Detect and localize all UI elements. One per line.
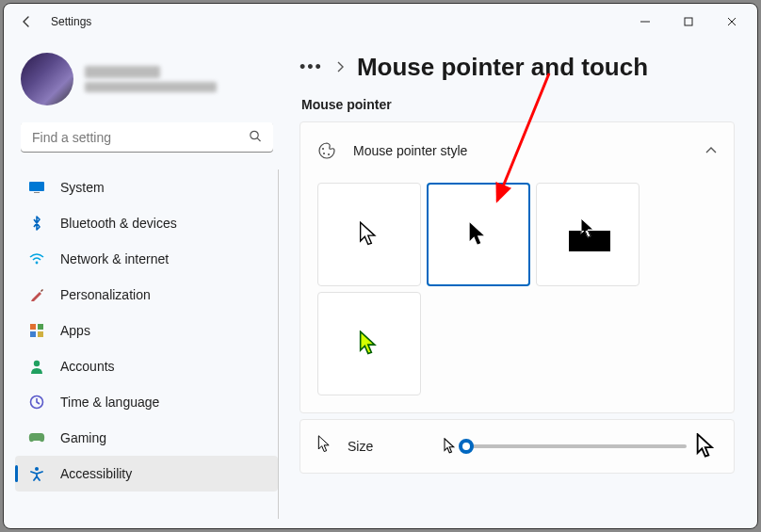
- user-email-redacted: [85, 82, 217, 92]
- section-label: Mouse pointer: [301, 97, 735, 112]
- search-icon: [249, 130, 262, 146]
- nav-label: Apps: [60, 323, 90, 338]
- svg-rect-1: [685, 18, 692, 25]
- pointer-size-card: Size: [300, 419, 735, 474]
- style-option-white[interactable]: [317, 183, 421, 286]
- nav-item-gaming[interactable]: Gaming: [15, 420, 278, 456]
- cursor-icon: [317, 435, 332, 458]
- maximize-button[interactable]: [667, 7, 710, 37]
- large-cursor-icon: [696, 433, 717, 459]
- apps-icon: [28, 322, 45, 339]
- pointer-style-title: Mouse pointer style: [353, 143, 705, 158]
- nav-label: Accounts: [60, 359, 115, 374]
- chevron-right-icon: [336, 60, 344, 75]
- main-content: ••• Mouse pointer and touch Mouse pointe…: [286, 40, 757, 528]
- svg-point-2: [251, 131, 258, 138]
- search-input[interactable]: [21, 122, 273, 153]
- size-slider[interactable]: [466, 444, 687, 448]
- avatar: [21, 53, 73, 105]
- nav-label: Gaming: [60, 430, 106, 445]
- svg-line-3: [257, 138, 260, 141]
- nav-item-personalization[interactable]: Personalization: [15, 277, 278, 313]
- style-option-inverted[interactable]: [536, 183, 640, 286]
- close-button[interactable]: [710, 7, 753, 37]
- svg-point-16: [328, 153, 330, 155]
- user-info: [85, 66, 217, 92]
- settings-window: Settings: [3, 3, 758, 529]
- titlebar: Settings: [4, 4, 757, 40]
- personalization-icon: [28, 286, 45, 303]
- svg-point-15: [323, 153, 325, 154]
- svg-point-6: [36, 262, 39, 265]
- svg-rect-10: [38, 331, 43, 337]
- nav-item-accessibility[interactable]: Accessibility: [15, 456, 278, 492]
- window-title: Settings: [51, 15, 91, 28]
- window-controls: [623, 7, 753, 37]
- small-cursor-icon: [444, 438, 457, 455]
- nav-label: Time & language: [60, 395, 159, 410]
- svg-rect-4: [29, 182, 44, 191]
- time-icon: [28, 394, 45, 411]
- back-button[interactable]: [15, 10, 38, 33]
- system-icon: [28, 179, 45, 196]
- nav-label: Network & internet: [60, 251, 169, 266]
- nav-item-accounts[interactable]: Accounts: [15, 348, 278, 384]
- sidebar: System Bluetooth & devices Network & int…: [4, 40, 286, 528]
- bluetooth-icon: [28, 215, 45, 232]
- nav-label: Personalization: [60, 287, 151, 302]
- gaming-icon: [28, 429, 45, 446]
- accounts-icon: [28, 358, 45, 375]
- breadcrumb: ••• Mouse pointer and touch: [300, 53, 735, 82]
- svg-rect-5: [34, 192, 40, 193]
- nav-label: Bluetooth & devices: [60, 216, 177, 231]
- svg-point-13: [35, 467, 39, 471]
- minimize-button[interactable]: [623, 7, 667, 37]
- svg-point-14: [322, 148, 324, 150]
- style-option-black[interactable]: [427, 183, 530, 286]
- size-label: Size: [348, 439, 373, 454]
- user-block[interactable]: [15, 47, 279, 119]
- svg-rect-9: [30, 331, 36, 337]
- nav-label: System: [60, 180, 105, 195]
- nav-item-network[interactable]: Network & internet: [15, 241, 278, 277]
- chevron-up-icon: [705, 144, 717, 157]
- nav-item-bluetooth[interactable]: Bluetooth & devices: [15, 205, 278, 241]
- svg-rect-8: [38, 324, 43, 330]
- svg-point-11: [34, 361, 40, 366]
- size-slider-wrap: [444, 433, 717, 459]
- nav-label: Accessibility: [60, 466, 132, 481]
- nav-list: System Bluetooth & devices Network & int…: [15, 169, 279, 519]
- svg-rect-7: [30, 324, 36, 330]
- accessibility-icon: [28, 465, 45, 482]
- nav-item-time-language[interactable]: Time & language: [15, 384, 278, 420]
- slider-thumb[interactable]: [459, 439, 474, 454]
- pointer-style-card: Mouse pointer style: [300, 121, 735, 413]
- style-grid: [300, 179, 734, 412]
- network-icon: [28, 250, 45, 267]
- nav-item-system[interactable]: System: [15, 169, 278, 205]
- search-wrapper: [21, 122, 273, 153]
- palette-icon: [317, 141, 336, 160]
- breadcrumb-more-icon[interactable]: •••: [300, 57, 323, 77]
- style-option-custom[interactable]: [317, 292, 421, 395]
- page-title: Mouse pointer and touch: [357, 53, 648, 82]
- nav-item-apps[interactable]: Apps: [15, 313, 278, 348]
- pointer-style-header[interactable]: Mouse pointer style: [300, 122, 734, 179]
- user-name-redacted: [85, 66, 160, 78]
